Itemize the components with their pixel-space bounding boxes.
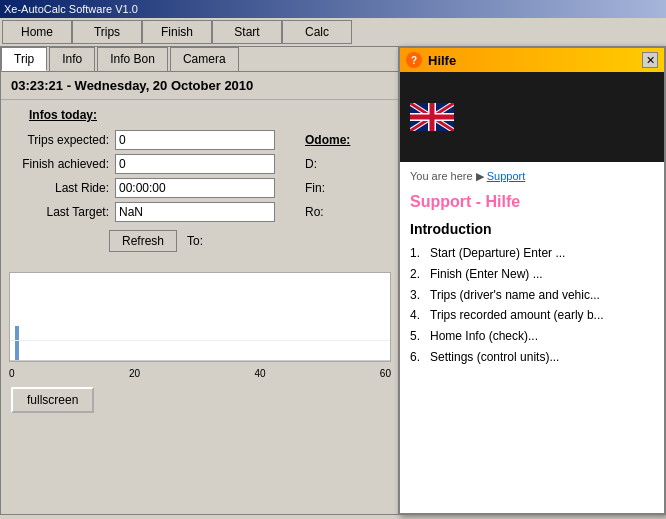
- odometer-fin-label: Fin:: [305, 181, 325, 195]
- chart-area: [9, 272, 391, 362]
- chart-axis: 0 20 40 60: [1, 366, 399, 381]
- axis-40: 40: [254, 368, 265, 379]
- menu-bar: Home Trips Finish Start Calc: [0, 18, 666, 46]
- refresh-button[interactable]: Refresh: [109, 230, 177, 252]
- help-close-button[interactable]: ✕: [642, 52, 658, 68]
- trips-expected-input[interactable]: [115, 130, 275, 150]
- list-item: 3. Trips (driver's name and vehic...: [410, 287, 654, 304]
- last-ride-input[interactable]: [115, 178, 275, 198]
- list-item: 6. Settings (control units)...: [410, 349, 654, 366]
- trips-expected-row: Trips expected: Odome:: [9, 130, 391, 150]
- tab-info-bon[interactable]: Info Bon: [97, 47, 168, 71]
- left-panel: Trip Info Info Bon Camera 03:23:21 - Wed…: [0, 46, 400, 515]
- info-section: Infos today: Trips expected: Odome: Fini…: [1, 100, 399, 268]
- main-area: Trip Info Info Bon Camera 03:23:21 - Wed…: [0, 46, 666, 515]
- help-image-area: [400, 72, 664, 162]
- odometer-ro-label: Ro:: [305, 205, 324, 219]
- breadcrumb-arrow: ▶: [476, 170, 487, 182]
- breadcrumb: You are here ▶ Support: [410, 170, 654, 183]
- tab-info[interactable]: Info: [49, 47, 95, 71]
- support-title: Support - Hilfe: [410, 193, 654, 211]
- axis-20: 20: [129, 368, 140, 379]
- last-target-label: Last Target:: [9, 205, 109, 219]
- list-item: 4. Trips recorded amount (early b...: [410, 307, 654, 324]
- help-title-bar: ? Hilfe ✕: [400, 48, 664, 72]
- odometer-d-label: D:: [305, 157, 317, 171]
- finish-button[interactable]: Finish: [142, 20, 212, 44]
- trips-button[interactable]: Trips: [72, 20, 142, 44]
- last-ride-row: Last Ride: Fin:: [9, 178, 391, 198]
- help-content: You are here ▶ Support Support - Hilfe I…: [400, 162, 664, 513]
- list-item: 1. Start (Departure) Enter ...: [410, 245, 654, 262]
- finish-achieved-input[interactable]: [115, 154, 275, 174]
- tab-camera[interactable]: Camera: [170, 47, 239, 71]
- axis-0: 0: [9, 368, 15, 379]
- tab-trip[interactable]: Trip: [1, 47, 47, 71]
- intro-title: Introduction: [410, 221, 654, 237]
- list-item: 2. Finish (Enter New) ...: [410, 266, 654, 283]
- fullscreen-button[interactable]: fullscreen: [11, 387, 94, 413]
- app-title: Xe-AutoCalc Software V1.0: [4, 3, 138, 15]
- chart-bar-1: [15, 326, 19, 361]
- trips-expected-label: Trips expected:: [9, 133, 109, 147]
- breadcrumb-text: You are here: [410, 170, 473, 182]
- datetime-display: 03:23:21 - Wednesday, 20 October 2010: [1, 72, 399, 100]
- help-icon: ?: [406, 52, 422, 68]
- chart-baseline: [10, 360, 390, 361]
- chart-gridline: [10, 340, 390, 341]
- odometer-to-label: To:: [187, 234, 203, 248]
- home-button[interactable]: Home: [2, 20, 72, 44]
- title-bar: Xe-AutoCalc Software V1.0: [0, 0, 666, 18]
- help-window: ? Hilfe ✕: [398, 46, 666, 515]
- breadcrumb-link[interactable]: Support: [487, 170, 526, 182]
- finish-achieved-row: Finish achieved: D:: [9, 154, 391, 174]
- last-target-row: Last Target: Ro:: [9, 202, 391, 222]
- help-list: 1. Start (Departure) Enter ... 2. Finish…: [410, 245, 654, 366]
- list-item: 5. Home Info (check)...: [410, 328, 654, 345]
- calc-button[interactable]: Calc: [282, 20, 352, 44]
- finish-achieved-label: Finish achieved:: [9, 157, 109, 171]
- last-ride-label: Last Ride:: [9, 181, 109, 195]
- uk-flag-icon: [410, 103, 454, 131]
- last-target-input[interactable]: [115, 202, 275, 222]
- infos-title: Infos today:: [29, 108, 391, 122]
- svg-rect-8: [410, 115, 454, 120]
- help-title: Hilfe: [428, 53, 456, 68]
- odometer-title: Odome:: [305, 133, 350, 147]
- tab-bar: Trip Info Info Bon Camera: [1, 47, 399, 72]
- axis-60: 60: [380, 368, 391, 379]
- start-button[interactable]: Start: [212, 20, 282, 44]
